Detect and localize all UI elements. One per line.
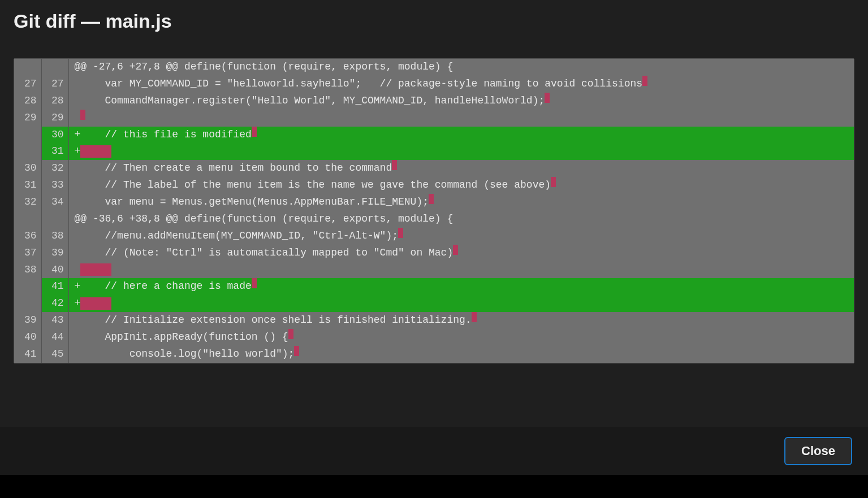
diff-line-context: 2929: [14, 110, 854, 127]
diff-code: // (Note: "Ctrl" is automatically mapped…: [68, 245, 854, 262]
trailing-whitespace-marker: [80, 297, 111, 310]
diff-code: var MY_COMMAND_ID = "helloworld.sayhello…: [68, 76, 854, 93]
close-button[interactable]: Close: [784, 437, 852, 465]
trailing-whitespace-marker: [252, 278, 257, 288]
diff-code: @@ -27,6 +27,8 @@ define(function (requi…: [68, 59, 854, 76]
gutter-new: 39: [41, 245, 68, 262]
gutter-new: 44: [41, 329, 68, 346]
gutter-old: 40: [14, 329, 41, 346]
trailing-whitespace-marker: [80, 110, 85, 120]
diff-code: [68, 110, 854, 127]
diff-code: @@ -36,6 +38,8 @@ define(function (requi…: [68, 211, 854, 228]
gutter-old: [14, 127, 41, 144]
gutter-new: 31: [41, 143, 68, 160]
diff-line-context: 3234 var menu = Menus.getMenu(Menus.AppM…: [14, 194, 854, 211]
dialog-title: Git diff — main.js: [0, 0, 868, 58]
trailing-whitespace-marker: [642, 76, 647, 86]
gutter-new: 28: [41, 93, 68, 110]
diff-line-context: 2727 var MY_COMMAND_ID = "helloworld.say…: [14, 76, 854, 93]
git-diff-dialog: Git diff — main.js @@ -27,6 +27,8 @@ def…: [0, 0, 868, 473]
gutter-new: 27: [41, 76, 68, 93]
diff-table: @@ -27,6 +27,8 @@ define(function (requi…: [14, 59, 854, 363]
gutter-old: [14, 143, 41, 160]
gutter-old: [14, 59, 41, 76]
diff-line-context: 3739 // (Note: "Ctrl" is automatically m…: [14, 245, 854, 262]
diff-line-context: 3943 // Initialize extension once shell …: [14, 312, 854, 329]
gutter-new: 32: [41, 160, 68, 177]
trailing-whitespace-marker: [288, 329, 293, 339]
gutter-new: 40: [41, 262, 68, 279]
gutter-new: 45: [41, 346, 68, 363]
diff-code: console.log("hello world");: [68, 346, 854, 363]
gutter-old: 31: [14, 177, 41, 194]
gutter-new: [41, 59, 68, 76]
diff-line-context: 4145 console.log("hello world");: [14, 346, 854, 363]
diff-code: AppInit.appReady(function () {: [68, 329, 854, 346]
diff-line-add: 42+: [14, 295, 854, 312]
gutter-old: [14, 295, 41, 312]
gutter-new: 41: [41, 278, 68, 295]
diff-line-hunk: @@ -27,6 +27,8 @@ define(function (requi…: [14, 59, 854, 76]
gutter-new: 30: [41, 127, 68, 144]
gutter-old: 41: [14, 346, 41, 363]
gutter-new: 34: [41, 194, 68, 211]
diff-line-context: 3840: [14, 262, 854, 279]
gutter-new: 38: [41, 228, 68, 245]
trailing-whitespace-marker: [252, 127, 257, 137]
trailing-whitespace-marker: [80, 145, 111, 158]
gutter-new: 29: [41, 110, 68, 127]
diff-code: [68, 262, 854, 279]
diff-code: // Initialize extension once shell is fi…: [68, 312, 854, 329]
gutter-old: 27: [14, 76, 41, 93]
diff-code: // The label of the menu item is the nam…: [68, 177, 854, 194]
gutter-old: 37: [14, 245, 41, 262]
trailing-whitespace-marker: [294, 346, 299, 356]
diff-viewer[interactable]: @@ -27,6 +27,8 @@ define(function (requi…: [14, 58, 854, 363]
trailing-whitespace-marker: [398, 228, 403, 238]
gutter-old: 38: [14, 262, 41, 279]
diff-code: var menu = Menus.getMenu(Menus.AppMenuBa…: [68, 194, 854, 211]
diff-line-context: 3032 // Then create a menu item bound to…: [14, 160, 854, 177]
diff-code: +: [68, 295, 854, 312]
trailing-whitespace-marker: [545, 93, 550, 103]
diff-code: + // this file is modified: [68, 127, 854, 144]
gutter-new: [41, 211, 68, 228]
gutter-old: 39: [14, 312, 41, 329]
trailing-whitespace-marker: [80, 263, 111, 276]
gutter-old: 36: [14, 228, 41, 245]
dialog-footer: Close: [0, 427, 868, 475]
diff-line-context: 4044 AppInit.appReady(function () {: [14, 329, 854, 346]
gutter-new: 43: [41, 312, 68, 329]
diff-code: +: [68, 143, 854, 160]
diff-code: CommandManager.register("Hello World", M…: [68, 93, 854, 110]
trailing-whitespace-marker: [472, 312, 477, 322]
diff-line-context: 2828 CommandManager.register("Hello Worl…: [14, 93, 854, 110]
trailing-whitespace-marker: [429, 194, 434, 204]
gutter-old: [14, 278, 41, 295]
diff-line-add: 31+: [14, 143, 854, 160]
diff-code: + // here a change is made: [68, 278, 854, 295]
gutter-new: 42: [41, 295, 68, 312]
trailing-whitespace-marker: [392, 160, 397, 170]
trailing-whitespace-marker: [453, 245, 458, 255]
diff-line-context: 3133 // The label of the menu item is th…: [14, 177, 854, 194]
diff-line-add: 41+ // here a change is made: [14, 278, 854, 295]
gutter-old: 28: [14, 93, 41, 110]
diff-line-add: 30+ // this file is modified: [14, 127, 854, 144]
trailing-whitespace-marker: [551, 177, 556, 187]
diff-code: // Then create a menu item bound to the …: [68, 160, 854, 177]
diff-line-hunk: @@ -36,6 +38,8 @@ define(function (requi…: [14, 211, 854, 228]
diff-code: //menu.addMenuItem(MY_COMMAND_ID, "Ctrl-…: [68, 228, 854, 245]
diff-line-context: 3638 //menu.addMenuItem(MY_COMMAND_ID, "…: [14, 228, 854, 245]
gutter-old: [14, 211, 41, 228]
gutter-old: 29: [14, 110, 41, 127]
gutter-old: 30: [14, 160, 41, 177]
gutter-new: 33: [41, 177, 68, 194]
gutter-old: 32: [14, 194, 41, 211]
